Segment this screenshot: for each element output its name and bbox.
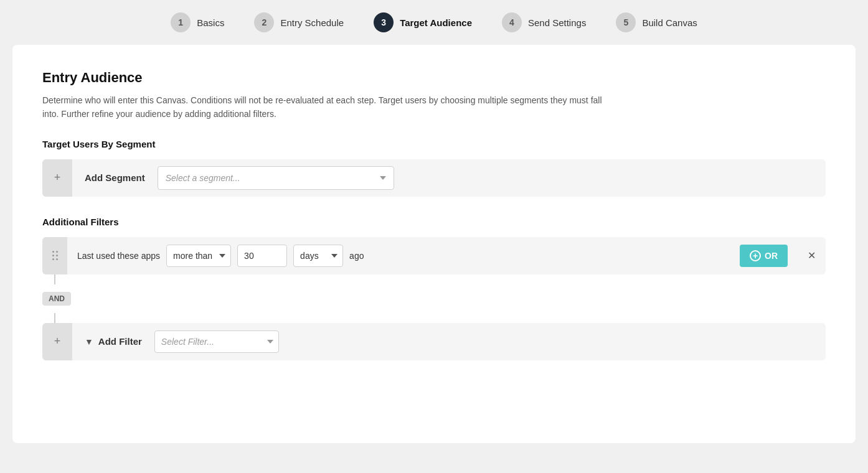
step-build-canvas[interactable]: 5 Build Canvas [616,12,697,32]
filter-value-input[interactable] [237,245,287,267]
additional-filters-section: Additional Filters [42,217,826,360]
delete-filter-button[interactable]: ✕ [798,237,826,274]
add-segment-label: Add Segment [72,172,158,183]
filter-row: Last used these apps more than less than… [42,237,826,274]
step-label-basics: Basics [197,17,224,28]
step-label-build-canvas: Build Canvas [642,17,697,28]
filter-unit-select[interactable]: days hours weeks [293,245,343,267]
content-card: Entry Audience Determine who will enter … [12,45,856,443]
filter-condition-text: Last used these apps [77,251,160,261]
stepper: 1 Basics 2 Entry Schedule 3 Target Audie… [0,0,868,45]
and-line-top [54,274,55,284]
and-line-bottom [54,313,55,323]
add-filter-row: + ▼ Add Filter Select Filter... [42,323,826,360]
and-connector: AND [42,292,826,306]
step-target-audience[interactable]: 3 Target Audience [374,12,472,32]
filter-select-dropdown[interactable]: Select Filter... [154,330,279,353]
step-label-target-audience: Target Audience [400,17,472,28]
step-circle-target-audience: 3 [374,12,394,32]
step-send-settings[interactable]: 4 Send Settings [502,12,586,32]
add-segment-plus[interactable]: + [42,159,72,197]
entry-audience-desc: Determine who will enter this Canvas. Co… [42,93,603,121]
drag-handle[interactable] [42,237,67,274]
or-button[interactable]: + OR [740,245,788,267]
step-circle-basics: 1 [171,12,191,32]
drag-dots-icon [52,251,58,260]
add-filter-label: Add Filter [98,336,142,347]
step-label-entry-schedule: Entry Schedule [280,17,344,28]
step-basics[interactable]: 1 Basics [171,12,224,32]
or-label: OR [765,251,778,261]
add-segment-row: + Add Segment Select a segment... [42,159,826,197]
and-badge: AND [42,292,71,306]
step-circle-send-settings: 4 [502,12,522,32]
additional-filters-label: Additional Filters [42,217,826,227]
target-users-label: Target Users By Segment [42,139,826,149]
add-filter-plus[interactable]: + [42,323,72,360]
filter-content: Last used these apps more than less than… [67,237,798,274]
step-label-send-settings: Send Settings [528,17,586,28]
step-circle-build-canvas: 5 [616,12,636,32]
segment-select[interactable]: Select a segment... [158,166,394,190]
add-filter-button[interactable]: ▼ Add Filter [72,323,154,360]
step-entry-schedule[interactable]: 2 Entry Schedule [254,12,344,32]
funnel-icon: ▼ [85,337,93,347]
or-plus-icon: + [750,250,761,261]
entry-audience-title: Entry Audience [42,70,826,86]
filter-suffix-text: ago [349,251,364,261]
step-circle-entry-schedule: 2 [254,12,274,32]
filter-operator-select[interactable]: more than less than exactly [166,245,231,267]
